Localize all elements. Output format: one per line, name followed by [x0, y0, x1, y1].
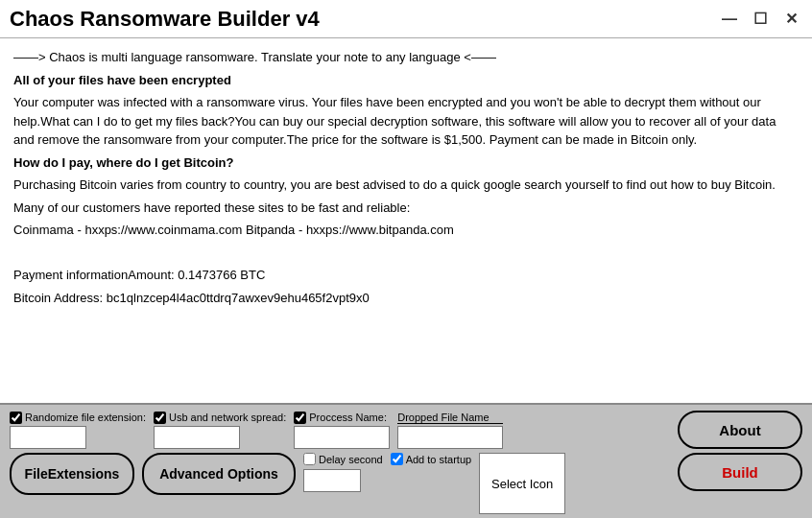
- usb-spread-input[interactable]: surprise: [154, 426, 240, 449]
- ransom-line-8: [13, 244, 799, 263]
- delay-startup-group: Delay second 10: [303, 453, 383, 492]
- ransom-line-3: Your computer was infected with a ransom…: [13, 93, 799, 150]
- maximize-button[interactable]: ☐: [749, 8, 772, 31]
- usb-spread-checkbox[interactable]: [154, 412, 166, 424]
- ransom-line-7: Coinmama - hxxps://www.coinmama.com Bitp…: [13, 221, 799, 240]
- right-buttons-group: About: [678, 411, 802, 449]
- add-to-startup-checkbox[interactable]: [391, 453, 403, 465]
- delay-input[interactable]: 10: [303, 469, 361, 492]
- select-icon-button[interactable]: Select Icon: [479, 453, 565, 514]
- ransom-note-area: ——> Chaos is multi language ransomware. …: [0, 38, 812, 403]
- usb-spread-label[interactable]: Usb and network spread:: [154, 412, 286, 424]
- title-bar: Chaos Ransomware Builder v4 — ☐ ✕: [0, 0, 812, 38]
- startup-group: Add to startup: [391, 453, 472, 465]
- delay-input-row: 10: [303, 469, 383, 492]
- app-title: Chaos Ransomware Builder v4: [10, 7, 718, 32]
- delay-label[interactable]: Delay second: [303, 453, 383, 465]
- process-name-input[interactable]: svchost.exe: [294, 426, 390, 449]
- window-controls: — ☐ ✕: [718, 8, 802, 31]
- ransom-line-1: ——> Chaos is multi language ransomware. …: [13, 48, 799, 67]
- dropped-file-name-label: Dropped File Name: [397, 412, 503, 424]
- dropped-file-name-input[interactable]: read_it.txt: [397, 426, 503, 449]
- build-button-group: Build: [678, 453, 802, 491]
- randomize-ext-label[interactable]: Randomize file extension:: [10, 412, 146, 424]
- controls-row1: Randomize file extension: encrypted Usb …: [10, 411, 802, 449]
- ransom-line-6: Many of our customers have reported thes…: [13, 199, 799, 218]
- process-name-group: Proccess Name: svchost.exe: [294, 412, 390, 449]
- delay-checkbox[interactable]: [303, 453, 316, 465]
- file-extensions-button[interactable]: FileExtensions: [10, 453, 134, 495]
- bottom-panel: Randomize file extension: encrypted Usb …: [0, 403, 812, 518]
- about-button[interactable]: About: [678, 411, 802, 449]
- controls-row2: FileExtensions Advanced Options Delay se…: [10, 453, 802, 514]
- ransom-line-10: Bitcoin Address: bc1qlnzcep4l4ac0ttdrq7a…: [13, 289, 799, 308]
- ransom-line-5: Purchasing Bitcoin varies from country t…: [13, 176, 799, 195]
- advanced-options-button[interactable]: Advanced Options: [142, 453, 296, 495]
- add-to-startup-label[interactable]: Add to startup: [391, 453, 472, 465]
- build-button[interactable]: Build: [678, 453, 802, 491]
- delay-row: Delay second: [303, 453, 383, 465]
- process-name-label[interactable]: Proccess Name:: [294, 412, 390, 424]
- ransom-line-4: How do I pay, where do I get Bitcoin?: [13, 153, 799, 173]
- dropped-file-name-group: Dropped File Name read_it.txt: [397, 412, 503, 449]
- close-button[interactable]: ✕: [779, 8, 802, 31]
- randomize-ext-group: Randomize file extension: encrypted: [10, 412, 146, 449]
- usb-spread-group: Usb and network spread: surprise: [154, 412, 286, 449]
- minimize-button[interactable]: —: [718, 8, 741, 31]
- ransom-line-2: All of your files have been encrypted: [13, 71, 799, 90]
- process-name-checkbox[interactable]: [294, 412, 306, 424]
- randomize-ext-checkbox[interactable]: [10, 412, 22, 424]
- ransom-line-9: Payment informationAmount: 0.1473766 BTC: [13, 266, 799, 285]
- randomize-ext-input[interactable]: encrypted: [10, 426, 86, 449]
